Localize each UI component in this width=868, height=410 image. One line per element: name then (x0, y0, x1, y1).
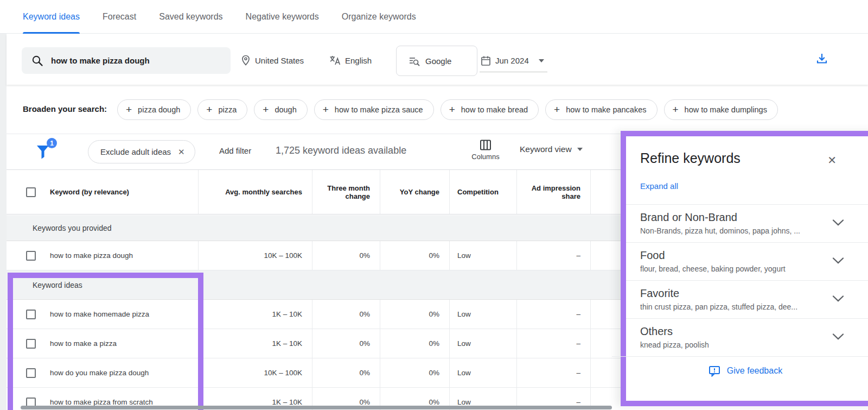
chip-label: Exclude adult ideas (100, 147, 171, 156)
plus-icon: + (323, 104, 329, 116)
avg-searches-cell: 10K – 100K (198, 358, 312, 387)
yoy-cell: 0% (380, 329, 449, 358)
chip-label: how to make pizza sauce (335, 105, 423, 114)
expand-all-link[interactable]: Expand all (640, 181, 678, 191)
section-subtitle: thin crust pizza, pan pizza, stuffed piz… (640, 302, 865, 311)
filter-funnel-button[interactable]: 1 (35, 141, 51, 160)
tab-organize-keywords[interactable]: Organize keywords (342, 0, 416, 34)
refine-keywords-panel: Refine keywords ✕ Expand all Brand or No… (621, 131, 868, 406)
chevron-down-icon[interactable] (832, 295, 844, 302)
plus-icon: + (263, 104, 269, 116)
three-month-cell: 0% (312, 241, 380, 270)
ad-share-cell: – (516, 300, 590, 329)
feedback-label: Give feedback (727, 366, 782, 376)
tab-label: Forecast (103, 12, 136, 22)
chevron-down-icon (577, 148, 583, 151)
location-selector[interactable]: United States (241, 55, 304, 66)
three-month-cell: 0% (312, 300, 380, 329)
row-checkbox[interactable] (26, 368, 36, 378)
tab-forecast[interactable]: Forecast (103, 0, 136, 34)
tab-label: Negative keywords (246, 12, 319, 22)
header-ad-impression-share[interactable]: Ad impression share (516, 170, 590, 214)
give-feedback-button[interactable]: Give feedback (612, 356, 868, 384)
keyword-search-box[interactable] (22, 47, 231, 74)
section-subtitle: knead pizza, poolish (640, 340, 865, 349)
header-competition[interactable]: Competition (449, 170, 516, 214)
tab-negative-keywords[interactable]: Negative keywords (246, 0, 319, 34)
header-yoy-change[interactable]: YoY change (380, 170, 449, 214)
add-filter-button[interactable]: Add filter (219, 146, 251, 155)
tab-label: Saved keywords (159, 12, 222, 22)
tab-bar: Keyword ideas Forecast Saved keywords Ne… (0, 0, 868, 34)
broaden-chip-pizza-dough[interactable]: +pizza dough (117, 99, 191, 120)
refine-section-others[interactable]: Others knead pizza, poolish (626, 318, 868, 356)
header-label: Keyword (by relevance) (50, 188, 129, 196)
chevron-down-icon[interactable] (832, 219, 844, 226)
competition-cell: Low (449, 300, 516, 329)
columns-button[interactable]: Columns (469, 138, 502, 161)
refine-section-brand[interactable]: Brand or Non-Brand Non-Brands, pizza hut… (626, 204, 868, 242)
close-icon[interactable]: ✕ (178, 147, 185, 157)
keyword-cell: how to make pizza from scratch (50, 398, 153, 406)
chip-label: pizza dough (138, 105, 180, 114)
section-subtitle: flour, bread, cheese, baking powder, yog… (640, 264, 865, 273)
chevron-down-icon[interactable] (832, 257, 844, 264)
search-input[interactable] (51, 56, 214, 65)
tab-keyword-ideas[interactable]: Keyword ideas (23, 0, 80, 34)
keyword-cell: how to make a pizza (50, 339, 117, 348)
search-network-icon (409, 55, 420, 67)
header-avg-monthly-searches[interactable]: Avg. monthly searches (198, 170, 312, 214)
network-selector[interactable]: Google (396, 46, 477, 76)
results-count-text: 1,725 keyword ideas available (276, 145, 406, 156)
header-three-month-change[interactable]: Three month change (312, 170, 380, 214)
download-button[interactable] (815, 52, 829, 66)
chevron-down-icon (539, 59, 544, 62)
competition-cell: Low (449, 329, 516, 358)
active-tab-underline (23, 32, 80, 34)
page-left-gutter (0, 34, 7, 410)
broaden-chip-pancakes[interactable]: +how to make pancakes (545, 99, 657, 120)
chip-label: how to make pancakes (566, 105, 646, 114)
chip-label: how to make dumplings (685, 105, 767, 114)
avg-searches-cell: 1K – 10K (198, 329, 312, 358)
chip-label: dough (275, 105, 296, 114)
row-checkbox[interactable] (26, 310, 36, 319)
keyword-cell: how to make pizza dough (50, 251, 133, 260)
tab-saved-keywords[interactable]: Saved keywords (159, 0, 222, 34)
keyword-cell: how to make homemade pizza (50, 310, 149, 318)
row-checkbox[interactable] (26, 251, 36, 261)
tab-label: Organize keywords (342, 12, 416, 22)
view-label: Keyword view (520, 144, 572, 154)
chip-label: how to make bread (461, 105, 528, 114)
refine-section-favorite[interactable]: Favorite thin crust pizza, pan pizza, st… (626, 280, 868, 318)
feedback-icon (709, 365, 720, 377)
exclude-adult-ideas-chip[interactable]: Exclude adult ideas ✕ (88, 140, 195, 163)
header-keyword[interactable]: Keyword (by relevance) (7, 170, 198, 214)
broaden-chip-dough[interactable]: +dough (254, 99, 307, 120)
select-all-checkbox[interactable] (26, 187, 36, 197)
avg-searches-cell: 1K – 10K (198, 300, 312, 329)
broaden-chip-bread[interactable]: +how to make bread (441, 99, 539, 120)
horizontal-scrollbar[interactable] (21, 406, 612, 409)
row-checkbox[interactable] (26, 339, 36, 349)
yoy-cell: 0% (380, 300, 449, 329)
location-label: United States (255, 56, 304, 65)
broaden-chip-pizza-sauce[interactable]: +how to make pizza sauce (314, 99, 434, 120)
chevron-down-icon[interactable] (832, 333, 844, 340)
filter-count-badge: 1 (47, 138, 57, 148)
keyword-planner-app: Keyword ideas Forecast Saved keywords Ne… (0, 0, 868, 410)
date-range-selector[interactable]: Jun 2024 (480, 49, 547, 72)
broaden-chip-list: +pizza dough +pizza +dough +how to make … (117, 99, 778, 120)
search-toolbar: United States English Google Jun 2024 (7, 34, 868, 85)
ad-share-cell: – (516, 358, 590, 387)
broaden-chip-dumplings[interactable]: +how to make dumplings (664, 99, 778, 120)
keyword-view-dropdown[interactable]: Keyword view (520, 144, 583, 154)
keyword-cell: how do you make pizza dough (50, 369, 149, 377)
broaden-chip-pizza[interactable]: +pizza (197, 99, 247, 120)
plus-icon: + (554, 104, 560, 116)
three-month-cell: 0% (312, 358, 380, 387)
language-selector[interactable]: English (329, 55, 372, 66)
refine-section-food[interactable]: Food flour, bread, cheese, baking powder… (626, 242, 868, 280)
yoy-cell: 0% (380, 241, 449, 270)
close-icon[interactable]: ✕ (827, 154, 837, 167)
